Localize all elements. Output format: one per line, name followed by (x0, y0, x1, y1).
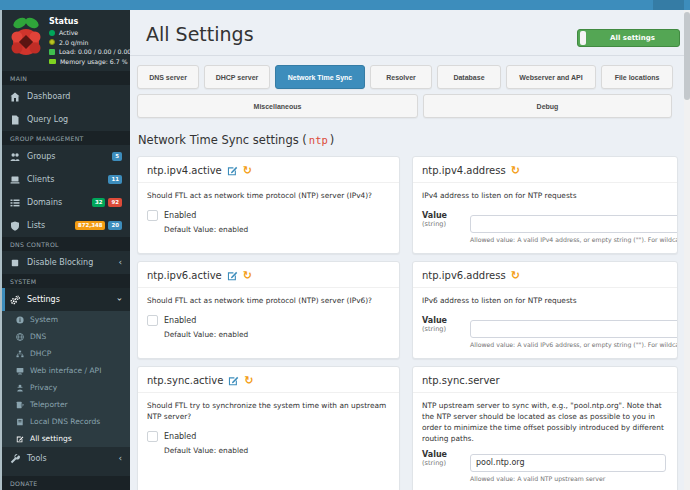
card-ntp-ipv6-address: ntp.ipv6.address ↻ IPv6 address to liste… (412, 261, 678, 359)
stop-icon (10, 258, 20, 268)
tab-webserver-api[interactable]: Webserver and API (506, 65, 596, 89)
gears-icon (10, 295, 20, 305)
checkbox-label: Enabled (164, 316, 196, 325)
submenu-item-dns[interactable]: DNS (2, 328, 130, 345)
sidebar-item-dashboard[interactable]: Dashboard (2, 85, 130, 108)
default-value-note: Default Value: enabled (164, 446, 390, 455)
value-label: Value (422, 450, 470, 459)
sidebar-item-query-log[interactable]: Query Log (2, 108, 130, 131)
tab-file-locations[interactable]: File locations (601, 65, 673, 89)
sidebar-item-lists[interactable]: Lists 872,348 20 (2, 214, 130, 237)
refresh-icon[interactable]: ↻ (243, 165, 252, 176)
domains-allowed-badge: 32 (92, 198, 106, 206)
tab-network-time-sync[interactable]: Network Time Sync (275, 65, 365, 89)
card-title: ntp.sync.server (422, 375, 500, 386)
submenu-item-teleporter[interactable]: Teleporter (2, 396, 130, 413)
card-title: ntp.ipv6.address (422, 270, 506, 281)
address-book-icon (16, 418, 24, 426)
value-type: (string) (422, 220, 470, 228)
sidebar-item-groups[interactable]: Groups 5 (2, 145, 130, 168)
ntp-server-input[interactable] (470, 454, 666, 472)
sidebar-item-label: Domains (27, 198, 62, 207)
refresh-icon[interactable]: ↻ (244, 375, 253, 386)
tab-dns-server[interactable]: DNS server (137, 65, 199, 89)
status-rate: 2.0 q/min (59, 39, 89, 46)
navbar-menu-item[interactable] (653, 0, 684, 10)
file-icon (10, 115, 20, 125)
chevron-down-icon: ‹ (116, 298, 125, 302)
card-title: ntp.ipv4.active (147, 165, 222, 176)
tab-debug[interactable]: Debug (423, 94, 672, 118)
globe-icon (16, 333, 24, 341)
refresh-icon[interactable]: ↻ (511, 270, 520, 281)
home-icon (10, 92, 20, 102)
refresh-icon[interactable]: ↻ (511, 165, 520, 176)
pencil-square-icon (16, 435, 24, 443)
sidebar-header-main: MAIN (2, 71, 130, 85)
setting-description: Should FTL try to synchronize the system… (147, 400, 390, 422)
sidebar-item-clients[interactable]: Clients 11 (2, 168, 130, 191)
enabled-checkbox[interactable] (147, 315, 158, 326)
sidebar-header-dns-control: DNS CONTROL (2, 237, 130, 251)
scrollbar-thumb[interactable] (684, 12, 690, 100)
vertical-scrollbar[interactable] (684, 10, 690, 490)
checkbox-label: Enabled (164, 432, 196, 441)
submenu-item-privacy[interactable]: Privacy (2, 379, 130, 396)
status-title: Status (49, 17, 131, 26)
edit-icon[interactable] (228, 375, 239, 386)
tab-database[interactable]: Database (437, 65, 501, 89)
sidebar-item-tools[interactable]: Tools ‹ (2, 447, 130, 470)
ipv4-address-input[interactable] (470, 215, 678, 233)
sidebar-item-label: Disable Blocking (27, 258, 93, 267)
list-icon (10, 198, 20, 208)
submenu-item-web-interface[interactable]: Web interface / API (2, 362, 130, 379)
export-icon (16, 401, 24, 409)
submenu-item-label: DNS (30, 332, 46, 341)
card-ntp-sync-server: ntp.sync.server NTP upstream server to s… (412, 366, 678, 490)
submenu-item-all-settings[interactable]: All settings (2, 430, 130, 447)
sidebar-item-settings[interactable]: Settings ‹ (2, 288, 130, 311)
allowed-value-helper: Allowed value: A valid NTP upstream serv… (470, 475, 666, 482)
tab-resolver[interactable]: Resolver (370, 65, 432, 89)
setting-description: IPv6 address to listen on for NTP reques… (422, 295, 668, 306)
top-navbar (0, 0, 690, 10)
submenu-item-dhcp[interactable]: DHCP (2, 345, 130, 362)
lists-count-badge: 20 (108, 221, 122, 229)
status-panel: Status Active 2.0 q/min Load: 0.00 / 0.0… (2, 10, 130, 71)
info-circle-icon (16, 316, 24, 324)
submenu-item-label: Privacy (30, 383, 57, 392)
domains-denied-badge: 92 (108, 198, 122, 206)
chevron-left-icon: ‹ (118, 258, 122, 267)
clients-count-badge: 11 (108, 175, 122, 183)
setting-description: NTP upstream server to sync with, e.g., … (422, 400, 668, 444)
sidebar: Status Active 2.0 q/min Load: 0.00 / 0.0… (2, 10, 130, 490)
edit-icon[interactable] (227, 165, 238, 176)
tab-dhcp-server[interactable]: DHCP server (204, 65, 270, 89)
submenu-item-system[interactable]: System (2, 311, 130, 328)
submenu-item-local-dns[interactable]: Local DNS Records (2, 413, 130, 430)
allowed-value-helper: Allowed value: A valid IPv4 address, or … (470, 236, 678, 243)
all-settings-toggle-button[interactable]: All settings (577, 29, 680, 47)
groups-count-badge: 5 (112, 152, 122, 160)
sidebar-item-label: Clients (27, 175, 54, 184)
card-ntp-ipv4-active: ntp.ipv4.active ↻ Should FTL act as netw… (137, 156, 400, 254)
sidebar-item-label: Groups (27, 152, 56, 161)
sidebar-item-label: Lists (27, 221, 45, 230)
enabled-checkbox[interactable] (147, 210, 158, 221)
submenu-item-label: All settings (30, 434, 72, 443)
tab-miscellaneous[interactable]: Miscellaneous (137, 94, 418, 118)
laptop-icon (10, 175, 20, 185)
sidebar-header-donate: DONATE (2, 476, 130, 490)
sidebar-item-label: Dashboard (27, 92, 70, 101)
ipv6-address-input[interactable] (470, 320, 678, 338)
sidebar-item-domains[interactable]: Domains 32 92 (2, 191, 130, 214)
refresh-icon[interactable]: ↻ (243, 270, 252, 281)
submenu-item-label: Teleporter (30, 400, 68, 409)
enabled-checkbox[interactable] (147, 431, 158, 442)
sidebar-item-disable-blocking[interactable]: Disable Blocking ‹ (2, 251, 130, 274)
checkbox-label: Enabled (164, 211, 196, 220)
window-edge (0, 10, 2, 490)
default-value-note: Default Value: enabled (164, 225, 390, 234)
status-active-icon (49, 30, 55, 36)
edit-icon[interactable] (227, 270, 238, 281)
